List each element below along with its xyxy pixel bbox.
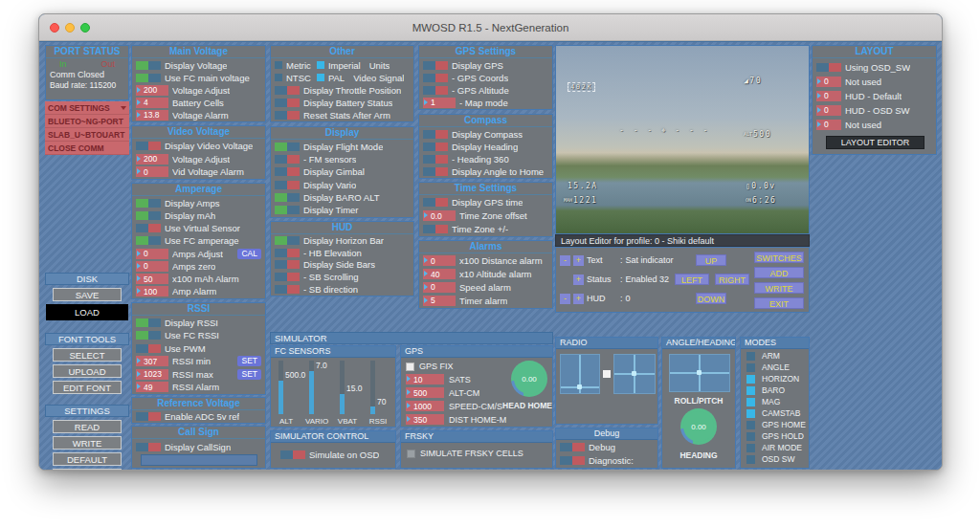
- com-port-option[interactable]: SLAB_U~BTOUART: [45, 128, 129, 142]
- set-button[interactable]: SET: [237, 356, 261, 366]
- toggle-switch[interactable]: [136, 74, 161, 82]
- numeric-field[interactable]: 50: [136, 274, 168, 284]
- numeric-field[interactable]: 0: [816, 77, 841, 87]
- toggle-switch[interactable]: [275, 193, 300, 202]
- numeric-field[interactable]: 0.0: [423, 210, 456, 221]
- decrement-button[interactable]: -: [560, 294, 570, 304]
- toggle-switch[interactable]: [136, 331, 161, 340]
- exit-button[interactable]: EXIT: [754, 297, 804, 309]
- toggle-switch[interactable]: [423, 61, 448, 70]
- toggle-switch[interactable]: [275, 249, 300, 257]
- radio-checkbox[interactable]: [317, 61, 324, 69]
- toggle-switch[interactable]: [423, 74, 448, 82]
- mode-checkbox[interactable]: [746, 444, 755, 452]
- upload-button[interactable]: UPLOAD: [53, 364, 122, 378]
- mode-checkbox[interactable]: [746, 455, 755, 464]
- save-button[interactable]: SAVE: [53, 288, 122, 301]
- toggle-switch[interactable]: [423, 143, 448, 151]
- toggle-switch[interactable]: [136, 142, 161, 150]
- numeric-field[interactable]: 13.8: [136, 110, 168, 121]
- toggle-switch[interactable]: [136, 211, 161, 220]
- toggle-switch[interactable]: [275, 181, 300, 189]
- radio-checkbox[interactable]: [317, 74, 324, 81]
- toggle-switch[interactable]: [275, 260, 300, 269]
- cal-button[interactable]: CAL: [237, 249, 261, 259]
- numeric-field[interactable]: 307: [136, 356, 168, 366]
- default-button[interactable]: DEFAULT: [53, 452, 122, 466]
- toggle-switch[interactable]: [423, 225, 448, 233]
- numeric-field[interactable]: 40: [423, 269, 456, 279]
- numeric-field[interactable]: 0: [423, 282, 456, 293]
- increment-button[interactable]: +: [573, 274, 584, 285]
- toggle-switch[interactable]: [136, 199, 161, 208]
- callsign-input[interactable]: [141, 454, 257, 466]
- numeric-field[interactable]: 4: [136, 98, 168, 108]
- toggle-switch[interactable]: [275, 285, 300, 294]
- select-button[interactable]: SELECT: [53, 348, 122, 362]
- stick-center-handle[interactable]: [603, 370, 611, 378]
- numeric-field[interactable]: 0: [423, 255, 456, 266]
- frsky-cells-checkbox[interactable]: [407, 450, 415, 458]
- numeric-field[interactable]: 0: [136, 261, 168, 272]
- com-port-option[interactable]: BLUETO~NG-PORT: [45, 115, 129, 128]
- decrement-button[interactable]: -: [560, 255, 570, 266]
- write-button[interactable]: WRITE: [754, 282, 804, 294]
- simulate-on-osd-toggle[interactable]: [280, 450, 305, 459]
- set-button[interactable]: SET: [237, 369, 261, 380]
- angle-stick[interactable]: [669, 354, 730, 392]
- numeric-field[interactable]: 49: [136, 382, 168, 392]
- toggle-switch[interactable]: [423, 155, 448, 164]
- mode-checkbox[interactable]: [746, 432, 755, 441]
- toggle-switch[interactable]: [275, 273, 300, 281]
- numeric-field[interactable]: 0: [816, 91, 841, 101]
- close-comm-button[interactable]: CLOSE COMM: [45, 142, 129, 155]
- toggle-switch[interactable]: [136, 236, 161, 245]
- toggle-switch[interactable]: [136, 412, 161, 421]
- toggle-switch[interactable]: [423, 86, 448, 95]
- toggle-switch[interactable]: [560, 456, 585, 465]
- load-button[interactable]: LOAD: [46, 304, 128, 320]
- head-home-knob[interactable]: 0.00: [511, 361, 547, 397]
- move-right-button[interactable]: RIGHT: [715, 274, 749, 285]
- toggle-switch[interactable]: [816, 63, 841, 72]
- write-button[interactable]: WRITE: [53, 436, 122, 450]
- heading-knob[interactable]: 0.00: [680, 408, 717, 445]
- minimize-window-button[interactable]: [65, 23, 75, 33]
- numeric-field[interactable]: 200: [136, 154, 168, 165]
- zoom-window-button[interactable]: [80, 23, 90, 33]
- mode-checkbox[interactable]: [746, 398, 755, 406]
- numeric-field[interactable]: 350: [406, 414, 444, 425]
- numeric-field[interactable]: 0: [136, 249, 168, 259]
- toggle-switch[interactable]: [136, 443, 161, 451]
- move-up-button[interactable]: UP: [696, 254, 726, 266]
- toggle-switch[interactable]: [136, 318, 161, 327]
- toggle-switch[interactable]: [136, 344, 161, 353]
- move-down-button[interactable]: DOWN: [696, 293, 726, 304]
- toggle-switch[interactable]: [423, 167, 448, 176]
- toggle-switch[interactable]: [275, 99, 300, 107]
- numeric-field[interactable]: 1023: [136, 369, 168, 380]
- toggle-switch[interactable]: [423, 198, 448, 207]
- sensor-slider-vbat[interactable]: 15.0VBAT: [336, 358, 359, 427]
- numeric-field[interactable]: 0: [816, 120, 841, 130]
- numeric-field[interactable]: 5: [423, 296, 456, 306]
- toggle-switch[interactable]: [275, 143, 300, 151]
- gps-fix-checkbox[interactable]: [406, 362, 414, 371]
- numeric-field[interactable]: 0: [136, 166, 168, 177]
- switches-button[interactable]: SWITCHES: [754, 252, 804, 263]
- numeric-field[interactable]: 10: [406, 374, 444, 384]
- numeric-field[interactable]: 1: [423, 98, 456, 108]
- toggle-switch[interactable]: [275, 111, 300, 120]
- sensor-slider-alt[interactable]: 500.0ALT: [275, 358, 298, 427]
- read-button[interactable]: READ: [53, 420, 122, 433]
- edit-font-button[interactable]: EDIT FONT: [53, 381, 122, 394]
- numeric-field[interactable]: 1000: [406, 401, 444, 411]
- toggle-switch[interactable]: [423, 130, 448, 139]
- restart-button[interactable]: RESTART: [53, 469, 122, 471]
- toggle-switch[interactable]: [275, 155, 300, 164]
- toggle-switch[interactable]: [560, 443, 585, 451]
- increment-button[interactable]: +: [573, 255, 584, 266]
- roll-pitch-stick[interactable]: [613, 354, 656, 394]
- toggle-switch[interactable]: [275, 167, 300, 176]
- numeric-field[interactable]: 0: [816, 105, 841, 116]
